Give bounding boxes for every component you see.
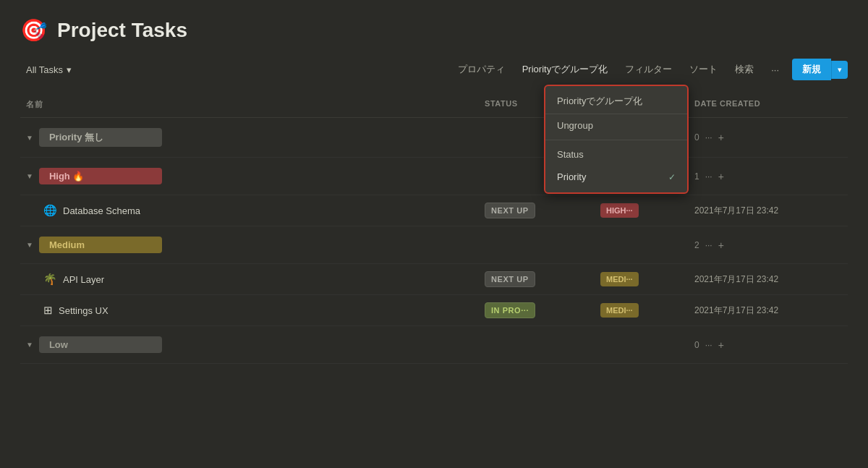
task-name-high-0: Database Schema	[63, 205, 140, 216]
task-priority-badge-high-0[interactable]: HIGH···	[600, 203, 639, 218]
group-row-medium: ▼ Medium 2 ··· +	[20, 226, 848, 264]
table-body: ▼ Priority 無し 0 ··· + ▼ High 🔥 1 ··· + 🌐…	[20, 118, 848, 364]
group-chevron-medium[interactable]: ▼	[26, 241, 33, 249]
task-row-medium-1[interactable]: ⊞ Settings UX IN PRO··· MEDI··· 2021年7月1…	[20, 295, 848, 326]
task-status-cell-medium-0: NEXT UP	[479, 271, 595, 287]
ungroup-item[interactable]: Ungroup	[545, 114, 687, 137]
task-name-medium-1: Settings UX	[59, 305, 109, 316]
group-label-high: ▼ High 🔥	[20, 165, 479, 187]
task-status-badge-medium-1[interactable]: IN PRO···	[485, 302, 535, 318]
task-icon-high-0: 🌐	[43, 204, 57, 217]
toolbar-right: プロパティ Priorityでグループ化 フィルター ソート 検索 ··· 新規…	[454, 59, 848, 80]
new-btn-container: 新規 ▾	[792, 59, 848, 80]
task-priority-cell-high-0: HIGH···	[595, 203, 689, 218]
task-date-medium-1: 2021年7月17日 23:42	[689, 302, 848, 320]
group-dots-medium[interactable]: ···	[705, 240, 712, 250]
group-label-low: ▼ Low	[20, 333, 479, 356]
group-chevron-low[interactable]: ▼	[26, 341, 33, 349]
group-dropdown-header: Priorityでグループ化	[545, 90, 687, 114]
group-chevron-high[interactable]: ▼	[26, 172, 33, 180]
more-button[interactable]: ···	[767, 61, 783, 78]
task-date-high-0: 2021年7月17日 23:42	[689, 202, 848, 220]
task-priority-cell-medium-1: MEDI···	[595, 303, 689, 318]
task-priority-badge-medium-1[interactable]: MEDI···	[600, 303, 639, 318]
task-name-cell-high-0: 🌐 Database Schema	[20, 201, 479, 220]
group-count-none: 0 ··· +	[689, 132, 848, 143]
app-container: 🎯 Project Tasks All Tasks ▾ プロパティ Priori…	[0, 0, 868, 468]
filter-button[interactable]: フィルター	[621, 60, 676, 79]
group-count-low: 0 ··· +	[689, 339, 848, 351]
group-by-button[interactable]: Priorityでグループ化	[518, 60, 612, 79]
new-dropdown-button[interactable]: ▾	[831, 61, 848, 79]
task-icon-medium-0: 🌴	[43, 273, 57, 286]
app-icon: 🎯	[20, 17, 47, 43]
group-label-medium: ▼ Medium	[20, 234, 479, 256]
properties-button[interactable]: プロパティ	[454, 60, 509, 79]
task-name-cell-medium-0: 🌴 API Layer	[20, 270, 479, 289]
group-dots-high[interactable]: ···	[705, 171, 712, 182]
toolbar-left: All Tasks ▾	[20, 61, 77, 78]
group-row-low: ▼ Low 0 ··· +	[20, 326, 848, 364]
task-name-cell-medium-1: ⊞ Settings UX	[20, 301, 479, 320]
group-chevron-none[interactable]: ▼	[26, 134, 33, 142]
task-priority-cell-medium-0: MEDI···	[595, 272, 689, 286]
group-badge-none[interactable]: Priority 無し	[39, 128, 162, 147]
task-row-medium-0[interactable]: 🌴 API Layer NEXT UP MEDI··· 2021年7月17日 2…	[20, 264, 848, 295]
page-title: Project Tasks	[57, 19, 187, 42]
group-add-medium[interactable]: +	[718, 239, 724, 251]
task-status-cell-medium-1: IN PRO···	[479, 302, 595, 318]
sort-button[interactable]: ソート	[685, 60, 722, 79]
group-dots-none[interactable]: ···	[705, 132, 712, 142]
group-dots-low[interactable]: ···	[705, 340, 712, 350]
task-status-cell-high-0: NEXT UP	[479, 203, 595, 218]
group-badge-medium[interactable]: Medium	[39, 237, 162, 253]
new-button[interactable]: 新規	[792, 59, 831, 80]
table-header: 名前 STATUS PRIORITY DATE CREATED	[20, 92, 848, 118]
dropdown-divider	[545, 140, 687, 140]
all-tasks-button[interactable]: All Tasks ▾	[20, 61, 77, 78]
group-count-medium: 2 ··· +	[689, 239, 848, 251]
group-add-low[interactable]: +	[718, 339, 724, 351]
group-row-high: ▼ High 🔥 1 ··· +	[20, 158, 848, 195]
task-date-medium-0: 2021年7月17日 23:42	[689, 271, 848, 289]
header: 🎯 Project Tasks	[20, 17, 848, 43]
col-name-header: 名前	[20, 96, 479, 113]
group-row-none: ▼ Priority 無し 0 ··· +	[20, 118, 848, 158]
group-add-high[interactable]: +	[718, 171, 724, 182]
group-dropdown: Priorityでグループ化 Ungroup Status Priority ✓	[544, 85, 689, 194]
search-button[interactable]: 検索	[731, 60, 758, 79]
task-row-high-0[interactable]: 🌐 Database Schema NEXT UP HIGH··· 2021年7…	[20, 195, 848, 226]
task-status-badge-high-0[interactable]: NEXT UP	[485, 203, 535, 218]
group-badge-low[interactable]: Low	[39, 336, 162, 353]
group-by-priority-item[interactable]: Priority ✓	[545, 166, 687, 188]
group-add-none[interactable]: +	[718, 132, 724, 143]
group-by-status-item[interactable]: Status	[545, 143, 687, 166]
task-priority-badge-medium-0[interactable]: MEDI···	[600, 272, 639, 286]
priority-check-icon: ✓	[668, 172, 676, 182]
col-date-header: DATE CREATED	[689, 96, 848, 113]
group-badge-high[interactable]: High 🔥	[39, 168, 162, 184]
group-count-high: 1 ··· +	[689, 171, 848, 182]
task-name-medium-0: API Layer	[63, 274, 104, 285]
group-label-none: ▼ Priority 無し	[20, 125, 479, 150]
toolbar: All Tasks ▾ プロパティ Priorityでグループ化 フィルター ソ…	[20, 59, 848, 80]
task-status-badge-medium-0[interactable]: NEXT UP	[485, 271, 535, 287]
task-icon-medium-1: ⊞	[43, 304, 53, 317]
